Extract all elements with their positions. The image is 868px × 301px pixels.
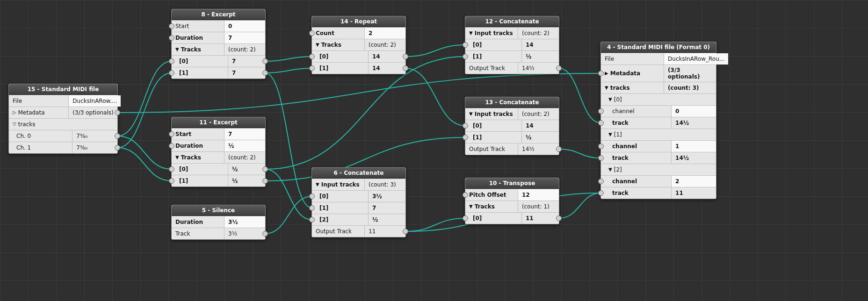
row-input-tracks[interactable]: Input tracks (count: 3) [312, 179, 405, 190]
row-t1[interactable]: [1] ½ [172, 175, 265, 186]
node-title[interactable]: 15 - Standard MIDI file [9, 84, 117, 95]
row-t0-channel[interactable]: channel 0 [601, 105, 716, 117]
expand-icon[interactable] [469, 112, 473, 116]
port-out[interactable] [262, 70, 268, 76]
row-count[interactable]: Count 2 [312, 27, 405, 39]
port-in[interactable] [463, 215, 468, 221]
node-12-concatenate[interactable]: 12 - Concatenate Input tracks (count: 2)… [465, 16, 559, 74]
row-t2-channel[interactable]: channel 2 [601, 175, 716, 187]
row-tracks[interactable]: tracks (count: 3) [601, 82, 716, 93]
row-t0-track[interactable]: track 14½ [601, 117, 716, 129]
row-pitch-offset[interactable]: Pitch Offset 12 [465, 189, 559, 201]
node-title[interactable]: 11 - Excerpt [172, 117, 265, 128]
port-in[interactable] [169, 143, 174, 149]
row-tracks[interactable]: Tracks (count: 2) [172, 151, 265, 163]
row-tracks[interactable]: Tracks (count: 2) [312, 39, 405, 50]
port-in[interactable] [598, 143, 604, 149]
port-in[interactable] [169, 178, 174, 184]
row-t1[interactable]: [1] 7 [172, 67, 265, 79]
port-out[interactable] [403, 54, 408, 59]
row-t1[interactable]: [1] ½ [465, 131, 559, 143]
node-14-repeat[interactable]: 14 - Repeat Count 2 Tracks (count: 2) [0… [311, 16, 406, 74]
node-13-concatenate[interactable]: 13 - Concatenate Input tracks (count: 2)… [465, 97, 559, 155]
expand-icon[interactable] [608, 97, 612, 102]
port-out[interactable] [115, 110, 120, 115]
row-track[interactable]: Track 3½ [172, 228, 265, 239]
port-out[interactable] [556, 215, 562, 221]
row-file[interactable]: File DucksInARow.... [9, 95, 117, 107]
port-in[interactable] [169, 23, 174, 29]
row-duration[interactable]: Duration 7 [172, 32, 265, 43]
port-in[interactable] [463, 123, 468, 129]
row-tracks[interactable]: Tracks (count: 2) [172, 43, 265, 55]
row-tracks[interactable]: Tracks (count: 1) [465, 201, 559, 212]
expand-icon[interactable] [608, 132, 612, 137]
expand-icon[interactable] [605, 86, 608, 90]
port-out[interactable] [115, 145, 120, 150]
port-in[interactable] [169, 166, 174, 172]
row-t0[interactable]: [0] 14 [465, 39, 559, 50]
expand-icon[interactable] [13, 110, 16, 115]
port-out[interactable] [403, 65, 408, 71]
row-input-tracks[interactable]: Input tracks (count: 2) [465, 108, 559, 120]
node-title[interactable]: 12 - Concatenate [465, 16, 559, 27]
expand-icon[interactable] [175, 47, 179, 52]
row-ch1[interactable]: Ch. 1 7⁹⁄₈₀ [9, 142, 117, 153]
row-input-tracks[interactable]: Input tracks (count: 2) [465, 27, 559, 39]
node-8-excerpt[interactable]: 8 - Excerpt Start 0 Duration 7 Tracks (c… [171, 9, 266, 79]
row-start[interactable]: Start 7 [172, 128, 265, 140]
node-6-concatenate[interactable]: 6 - Concatenate Input tracks (count: 3) … [311, 167, 406, 237]
port-out[interactable] [262, 166, 268, 172]
row-ch0[interactable]: Ch. 0 7⁹⁄₈₀ [9, 130, 117, 142]
expand-icon[interactable] [316, 43, 319, 47]
row-t1[interactable]: [1] 14 [312, 62, 405, 74]
row-tracks[interactable]: tracks [9, 118, 117, 130]
row-t1[interactable]: [1] [601, 129, 716, 140]
row-t1[interactable]: [1] 7 [312, 202, 405, 214]
row-t1[interactable]: [1] ½ [465, 50, 559, 62]
row-t0[interactable]: [0] 11 [465, 212, 559, 224]
node-11-excerpt[interactable]: 11 - Excerpt Start 7 Duration ½ Tracks (… [171, 117, 266, 187]
expand-icon[interactable] [605, 71, 608, 76]
port-in[interactable] [309, 205, 315, 211]
row-t0[interactable]: [0] 14 [465, 120, 559, 131]
port-in[interactable] [463, 135, 468, 140]
port-in[interactable] [169, 35, 174, 41]
row-duration[interactable]: Duration 3½ [172, 216, 265, 228]
port-out[interactable] [403, 229, 408, 234]
expand-icon[interactable] [13, 122, 16, 127]
row-t2[interactable]: [2] [601, 164, 716, 175]
port-in[interactable] [309, 65, 315, 71]
node-4-standard-midi-file-format0[interactable]: 4 - Standard MIDI file (Format 0) File D… [600, 42, 716, 199]
node-title[interactable]: 10 - Transpose [465, 178, 559, 189]
expand-icon[interactable] [175, 155, 179, 160]
expand-icon[interactable] [316, 182, 319, 187]
node-title[interactable]: 14 - Repeat [312, 16, 405, 27]
port-in[interactable] [598, 71, 604, 76]
row-t0[interactable]: [0] 7 [172, 55, 265, 67]
port-in[interactable] [463, 42, 468, 48]
port-in[interactable] [169, 58, 174, 64]
row-t0[interactable]: [0] 3½ [312, 190, 405, 202]
expand-icon[interactable] [608, 167, 612, 172]
port-in[interactable] [463, 192, 468, 198]
port-out[interactable] [262, 178, 268, 184]
port-in[interactable] [169, 70, 174, 76]
port-out[interactable] [556, 65, 562, 71]
row-start[interactable]: Start 0 [172, 20, 265, 32]
port-out[interactable] [115, 133, 120, 139]
row-metadata[interactable]: Metadata (3/3 optionals) [601, 64, 716, 82]
row-output[interactable]: Output Track 14½ [465, 62, 559, 74]
port-in[interactable] [598, 179, 604, 184]
row-t0[interactable]: [0] [601, 93, 716, 105]
port-out[interactable] [556, 146, 562, 152]
port-in[interactable] [309, 30, 315, 36]
node-title[interactable]: 4 - Standard MIDI file (Format 0) [601, 42, 716, 53]
port-out[interactable] [262, 231, 268, 236]
port-in[interactable] [309, 54, 315, 59]
row-t2[interactable]: [2] ½ [312, 214, 405, 225]
expand-icon[interactable] [469, 204, 473, 209]
expand-icon[interactable] [469, 31, 473, 36]
row-t0[interactable]: [0] 14 [312, 50, 405, 62]
port-in[interactable] [598, 108, 604, 114]
